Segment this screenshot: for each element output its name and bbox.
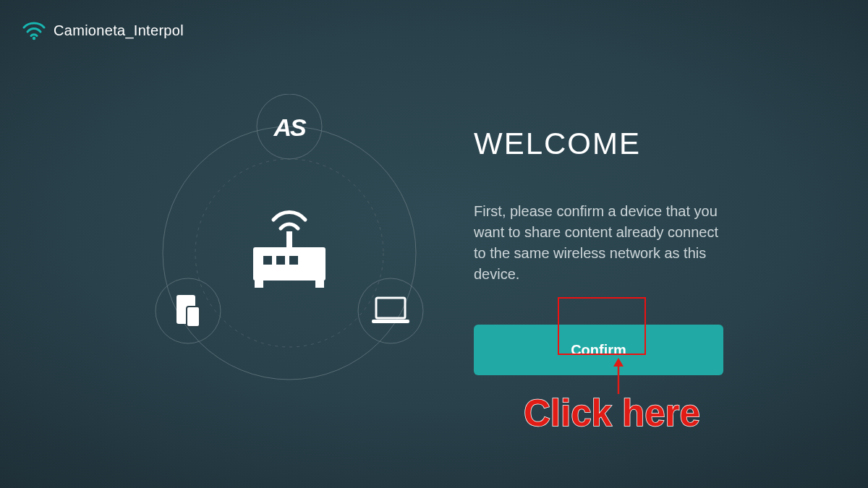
wifi-icon xyxy=(22,20,46,40)
confirm-button-label: Confirm xyxy=(571,342,626,359)
annotation-label: Click here xyxy=(524,392,700,435)
wifi-status: Camioneta_Interpol xyxy=(22,20,184,40)
svg-rect-15 xyxy=(289,256,298,265)
mobile-device-node xyxy=(156,278,221,343)
laptop-icon xyxy=(372,298,409,323)
svg-rect-17 xyxy=(315,281,324,288)
wifi-ssid-label: Camioneta_Interpol xyxy=(54,22,184,39)
svg-rect-13 xyxy=(263,256,272,265)
laptop-node xyxy=(358,278,423,343)
svg-point-0 xyxy=(33,37,35,40)
instruction-text: First, please confirm a device that you … xyxy=(474,201,734,285)
svg-rect-14 xyxy=(276,256,285,265)
svg-point-8 xyxy=(358,278,423,343)
mobile-icon xyxy=(176,295,200,327)
welcome-panel: WELCOME First, please confirm a device t… xyxy=(474,127,734,375)
network-diagram: AS xyxy=(130,94,448,412)
page-title: WELCOME xyxy=(474,127,734,161)
svg-rect-7 xyxy=(187,307,200,327)
brand-node: AS xyxy=(257,94,322,159)
svg-rect-16 xyxy=(255,281,263,288)
svg-rect-10 xyxy=(372,320,409,323)
svg-rect-9 xyxy=(376,298,405,318)
router-icon xyxy=(253,213,326,288)
svg-text:AS: AS xyxy=(273,114,307,141)
confirm-button[interactable]: Confirm xyxy=(474,325,723,375)
